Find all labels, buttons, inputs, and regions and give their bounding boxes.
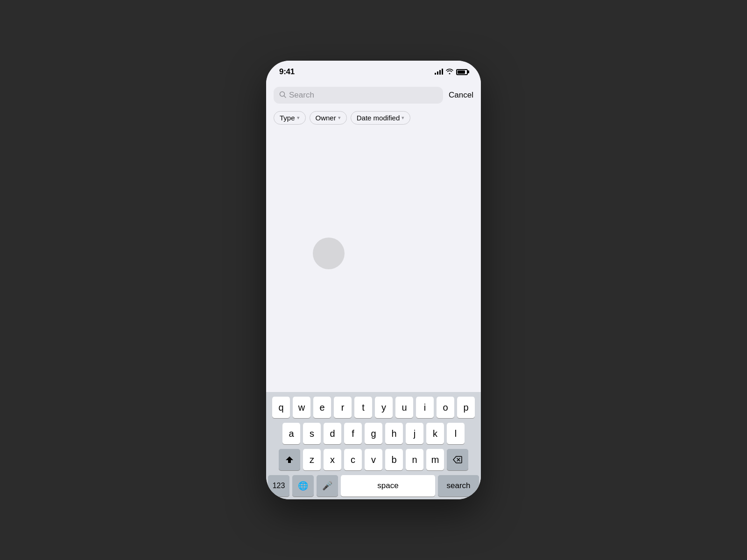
chevron-down-icon: ▾ [402,115,404,121]
svg-line-1 [284,96,286,98]
key-i[interactable]: i [416,397,434,418]
key-c[interactable]: c [344,449,362,470]
key-e[interactable]: e [313,397,331,418]
key-g[interactable]: g [365,423,382,444]
chevron-down-icon: ▾ [297,115,300,121]
key-r[interactable]: r [334,397,352,418]
signal-icon [435,69,443,75]
status-time: 9:41 [279,67,295,77]
filter-type-label: Type [280,114,295,122]
chevron-down-icon: ▾ [338,115,341,121]
key-v[interactable]: v [365,449,382,470]
key-h[interactable]: h [385,423,403,444]
keyboard-row-2: a s d f g h j k l [268,423,479,444]
delete-key[interactable] [447,449,468,470]
globe-key[interactable]: 🌐 [292,475,314,497]
space-key[interactable]: space [341,475,435,497]
cancel-button[interactable]: Cancel [449,89,473,102]
key-t[interactable]: t [354,397,372,418]
key-d[interactable]: d [324,423,341,444]
microphone-key[interactable]: 🎤 [317,475,338,497]
key-n[interactable]: n [406,449,423,470]
key-y[interactable]: y [375,397,393,418]
filter-type[interactable]: Type ▾ [274,111,306,125]
keyboard-row-3: z x c v b n m [268,449,479,470]
search-key[interactable]: search [438,475,479,497]
search-icon [279,91,286,100]
key-a[interactable]: a [282,423,300,444]
filter-date-modified[interactable]: Date modified ▾ [351,111,411,125]
status-bar: 9:41 [266,61,481,83]
touch-indicator [313,238,345,269]
key-u[interactable]: u [395,397,413,418]
filter-owner[interactable]: Owner ▾ [310,111,347,125]
key-m[interactable]: m [426,449,444,470]
key-p[interactable]: p [457,397,475,418]
filter-owner-label: Owner [316,114,336,122]
key-f[interactable]: f [344,423,362,444]
keyboard-row-1: q w e r t y u i o p [268,397,479,418]
keyboard: q w e r t y u i o p a s d f g h j k l [266,392,481,499]
key-z[interactable]: z [303,449,321,470]
shift-key[interactable] [279,449,300,470]
main-content [266,130,481,392]
filter-bar: Type ▾ Owner ▾ Date modified ▾ [266,109,481,130]
key-o[interactable]: o [437,397,454,418]
wifi-icon [446,68,453,76]
search-input-placeholder: Search [289,91,314,100]
key-s[interactable]: s [303,423,321,444]
key-k[interactable]: k [426,423,444,444]
key-q[interactable]: q [272,397,290,418]
battery-icon [456,69,468,75]
phone-frame: 9:41 [266,61,481,499]
numbers-key[interactable]: 123 [268,475,289,497]
key-j[interactable]: j [406,423,423,444]
filter-date-modified-label: Date modified [357,114,400,122]
key-w[interactable]: w [293,397,310,418]
key-b[interactable]: b [385,449,403,470]
search-bar-container: Search Cancel [266,83,481,109]
status-icons [435,68,468,76]
key-x[interactable]: x [324,449,341,470]
key-l[interactable]: l [447,423,465,444]
keyboard-row-4: 123 🌐 🎤 space search [268,475,479,497]
search-input-wrapper[interactable]: Search [274,87,443,104]
